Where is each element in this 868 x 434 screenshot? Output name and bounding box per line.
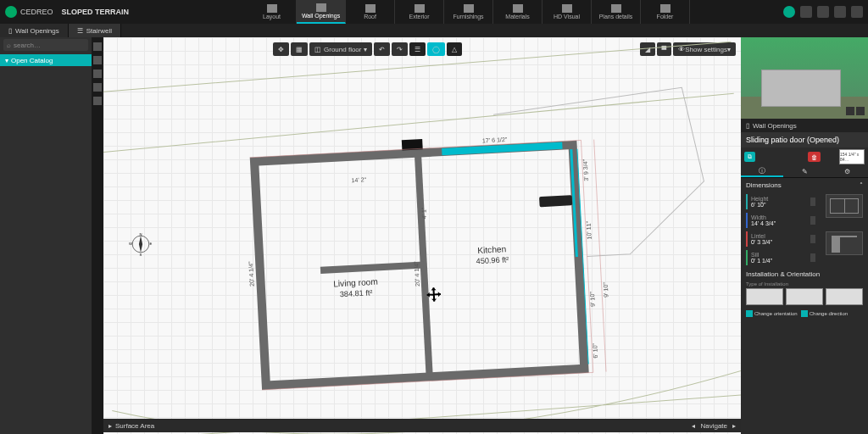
- tab-furnishings[interactable]: Furnishings: [444, 0, 493, 24]
- nav-left-icon[interactable]: ◂: [692, 422, 695, 430]
- subtab-wall-openings[interactable]: ▯ Wall Openings: [0, 24, 69, 37]
- top-bar: CEDREO SLOPED TERRAIN Layout Wall Openin…: [0, 0, 868, 24]
- tab-folder[interactable]: Folder: [641, 0, 690, 24]
- roof-icon: [365, 4, 376, 13]
- subtab-settings[interactable]: ⚙: [826, 166, 868, 177]
- top-right-actions: [783, 6, 863, 18]
- subtab-info[interactable]: ⓘ: [741, 166, 783, 177]
- dim-lintel: Lintel0' 3 3/4": [741, 230, 821, 248]
- svg-line-2: [320, 265, 424, 270]
- layout-icon: [267, 4, 277, 13]
- subtab-style[interactable]: ✎: [783, 166, 826, 177]
- brand-logo-icon: [5, 6, 17, 18]
- orientation-actions: Change orientation Change direction: [741, 307, 868, 320]
- svg-rect-5: [442, 142, 563, 156]
- duplicate-button[interactable]: ⧉: [744, 152, 755, 162]
- tab-wall-openings[interactable]: Wall Openings: [297, 0, 346, 24]
- exit-icon[interactable]: [851, 6, 863, 18]
- main-tabs: Layout Wall Openings Roof Exterior Furni…: [248, 0, 690, 24]
- dimensions-header[interactable]: Dimensions ˄: [741, 178, 868, 192]
- stepper[interactable]: [810, 198, 815, 206]
- floorplan: Living room 384.81 ft² Kitchen 450.96 ft…: [103, 37, 741, 434]
- exterior-icon: [415, 4, 425, 13]
- tab-hd-visual[interactable]: HD Visual: [542, 0, 592, 24]
- compass: N S E W: [129, 232, 153, 256]
- stepper[interactable]: [810, 235, 815, 243]
- door-icon: ▯: [746, 122, 749, 130]
- panel-tab[interactable]: ▯ Wall Openings: [741, 119, 868, 132]
- stepper[interactable]: [810, 216, 815, 225]
- dim-width: Width14' 4 3/4": [741, 211, 821, 230]
- navigate-button[interactable]: Navigate: [700, 422, 727, 430]
- view-toolstrip: [92, 37, 103, 434]
- svg-text:S: S: [140, 253, 142, 256]
- door-icon: ▯: [8, 27, 12, 35]
- install-opt-3[interactable]: [826, 288, 863, 305]
- svg-text:14' 2": 14' 2": [351, 176, 367, 184]
- folder-icon: [660, 4, 670, 13]
- svg-text:3' 9 3/4": 3' 9 3/4": [582, 159, 590, 181]
- panel-subtabs: ⓘ ✎ ⚙: [741, 166, 868, 178]
- stepper[interactable]: [810, 253, 815, 262]
- change-orientation-button[interactable]: Change orientation: [746, 310, 798, 317]
- tool-2[interactable]: [93, 56, 102, 64]
- help-icon[interactable]: [783, 6, 795, 18]
- dim-diagram-section: [826, 231, 863, 255]
- svg-text:20' 4 1/4": 20' 4 1/4": [248, 261, 256, 287]
- tab-exterior[interactable]: Exterior: [395, 0, 444, 24]
- tab-roof[interactable]: Roof: [346, 0, 395, 24]
- tool-3[interactable]: [93, 70, 102, 78]
- tab-materials[interactable]: Materials: [493, 0, 542, 24]
- room-living-name: Living room: [333, 277, 378, 289]
- search-input[interactable]: ⌕ search…: [3, 39, 88, 51]
- svg-text:N: N: [139, 232, 142, 236]
- svg-text:9' 10": 9' 10": [603, 281, 610, 298]
- plans-icon: [611, 4, 621, 13]
- expand-icon[interactable]: ▸: [108, 422, 112, 430]
- svg-text:E: E: [150, 242, 153, 246]
- element-thumb[interactable]: 154 1/4" x 84…: [839, 149, 865, 164]
- tab-plans-details[interactable]: Plans details: [592, 0, 641, 24]
- tool-1[interactable]: [93, 42, 102, 51]
- stairs-icon: ☰: [77, 27, 83, 35]
- install-opt-1[interactable]: [746, 288, 783, 305]
- svg-text:17' 6 1/2": 17' 6 1/2": [482, 136, 508, 145]
- action-1-icon[interactable]: [800, 6, 812, 18]
- delete-button[interactable]: 🗑: [808, 152, 821, 162]
- nav-right-icon[interactable]: ▸: [732, 422, 736, 430]
- install-options: [741, 287, 868, 307]
- surface-area-button[interactable]: Surface Area: [115, 422, 154, 430]
- fullscreen-icon[interactable]: [834, 6, 846, 18]
- install-opt-2[interactable]: [786, 288, 823, 305]
- view-reset-icon[interactable]: [856, 107, 865, 115]
- preview-3d[interactable]: [741, 37, 868, 119]
- openings-icon: [316, 3, 326, 12]
- sub-tabs: ▯ Wall Openings ☰ Stairwell: [0, 24, 868, 37]
- chevron-down-icon: ▾: [5, 57, 8, 64]
- subtab-stairwell[interactable]: ☰ Stairwell: [69, 24, 121, 37]
- svg-text:20' 4 1/4": 20' 4 1/4": [413, 261, 421, 287]
- tool-5[interactable]: [93, 97, 102, 105]
- install-header[interactable]: Installation & Orientation: [741, 267, 868, 281]
- action-2-icon[interactable]: [817, 6, 829, 18]
- svg-text:W: W: [129, 242, 132, 246]
- chevron-up-icon: ˄: [860, 181, 863, 189]
- open-catalog-button[interactable]: ▾ Open Catalog: [0, 54, 92, 66]
- catalog-panel: ⌕ search… ▾ Open Catalog: [0, 37, 92, 434]
- svg-text:4' 1": 4' 1": [420, 207, 428, 220]
- dim-sill: Sill0' 1 1/4": [741, 248, 821, 267]
- svg-text:9' 10": 9' 10": [589, 291, 597, 307]
- materials-icon: [513, 4, 523, 13]
- tool-4[interactable]: [93, 83, 102, 92]
- svg-text:6' 10": 6' 10": [592, 342, 599, 359]
- floorplan-canvas[interactable]: ✥ ▦ ◫ Ground floor ▾ ↶ ↷ ☰ ◯ △ ◢ ▀ 👁 Sho…: [103, 37, 741, 434]
- tab-layout[interactable]: Layout: [248, 0, 297, 24]
- search-icon: ⌕: [7, 42, 11, 49]
- view-cube-icon[interactable]: [846, 107, 854, 115]
- room-kitchen-name: Kitchen: [477, 244, 506, 255]
- dim-diagram-window: [826, 194, 863, 218]
- element-actions: ⧉ 🗑 154 1/4" x 84…: [741, 147, 868, 166]
- change-direction-button[interactable]: Change direction: [801, 310, 848, 317]
- canvas-status-bar: ▸ Surface Area ◂ Navigate ▸: [103, 419, 741, 432]
- svg-text:10' 11": 10' 11": [586, 220, 593, 240]
